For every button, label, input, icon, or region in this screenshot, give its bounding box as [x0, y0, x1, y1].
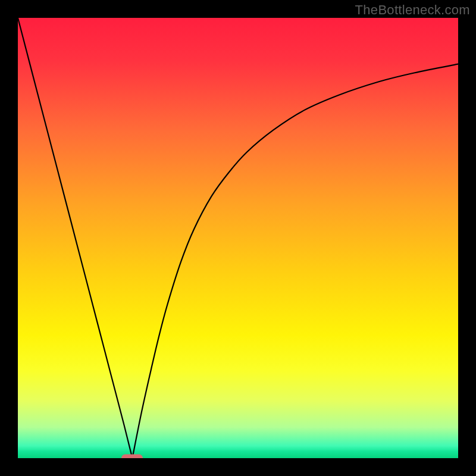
chart-frame: TheBottleneck.com	[0, 0, 476, 476]
watermark-text: TheBottleneck.com	[355, 2, 470, 18]
minimum-marker	[121, 455, 143, 459]
plot-area	[18, 18, 458, 458]
bottleneck-curve	[18, 18, 458, 458]
